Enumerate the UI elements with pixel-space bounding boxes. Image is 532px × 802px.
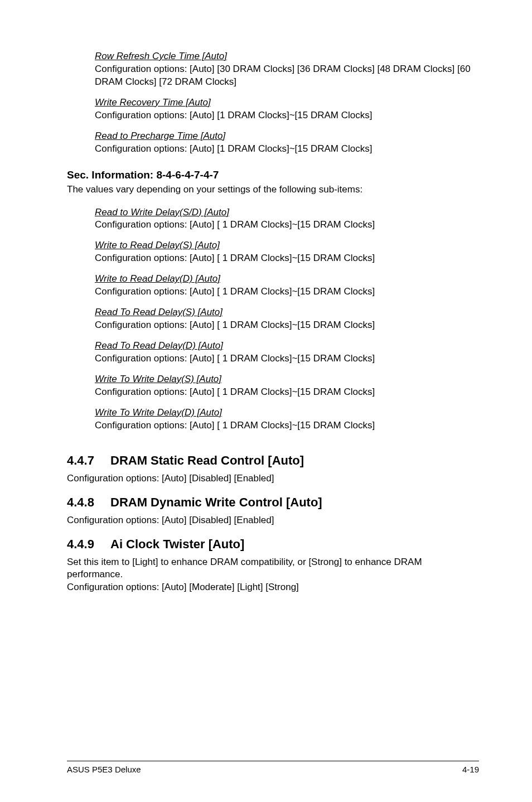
sec-info-desc: The values vary depending on your settin… — [67, 183, 479, 196]
item-title: Write to Read Delay(S) [Auto] — [95, 239, 479, 252]
item-desc: Configuration options: [Auto] [ 1 DRAM C… — [95, 386, 479, 399]
config-item: Read To Read Delay(S) [Auto] Configurati… — [95, 306, 479, 332]
page-footer: ASUS P5E3 Deluxe 4-19 — [67, 761, 479, 774]
section-title: DRAM Dynamic Write Control [Auto] — [110, 495, 322, 510]
item-title: Read To Read Delay(D) [Auto] — [95, 340, 479, 352]
config-item: Write To Write Delay(S) [Auto] Configura… — [95, 373, 479, 399]
item-title: Write To Write Delay(S) [Auto] — [95, 373, 479, 386]
item-desc: Configuration options: [Auto] [30 DRAM C… — [95, 63, 479, 89]
item-title: Read To Read Delay(S) [Auto] — [95, 306, 479, 319]
item-title: Write to Read Delay(D) [Auto] — [95, 273, 479, 286]
item-title: Write To Write Delay(D) [Auto] — [95, 407, 479, 419]
section-heading: 4.4.8 DRAM Dynamic Write Control [Auto] — [67, 495, 479, 510]
section-heading: 4.4.9 Ai Clock Twister [Auto] — [67, 537, 479, 552]
item-desc: Configuration options: [Auto] [ 1 DRAM C… — [95, 286, 479, 298]
section-heading: 4.4.7 DRAM Static Read Control [Auto] — [67, 453, 479, 468]
item-title: Read to Precharge Time [Auto] — [95, 130, 479, 143]
config-item: Row Refresh Cycle Time [Auto] Configurat… — [95, 50, 479, 89]
item-desc: Configuration options: [Auto] [ 1 DRAM C… — [95, 352, 479, 365]
config-item: Read to Write Delay(S/D) [Auto] Configur… — [95, 206, 479, 232]
section-number: 4.4.9 — [67, 537, 110, 552]
section-desc: Configuration options: [Auto] [Disabled]… — [67, 472, 479, 485]
section-title: DRAM Static Read Control [Auto] — [110, 453, 304, 468]
footer-left: ASUS P5E3 Deluxe — [67, 765, 141, 774]
sec-info-heading: Sec. Information: 8-4-6-4-7-4-7 — [67, 169, 479, 181]
section-desc: Set this item to [Light] to enhance DRAM… — [67, 556, 479, 595]
item-desc: Configuration options: [Auto] [ 1 DRAM C… — [95, 252, 479, 265]
item-desc: Configuration options: [Auto] [1 DRAM Cl… — [95, 109, 479, 122]
section-number: 4.4.8 — [67, 495, 110, 510]
item-desc: Configuration options: [Auto] [ 1 DRAM C… — [95, 319, 479, 332]
config-item: Write Recovery Time [Auto] Configuration… — [95, 96, 479, 122]
top-items-block: Row Refresh Cycle Time [Auto] Configurat… — [95, 50, 479, 156]
item-title: Read to Write Delay(S/D) [Auto] — [95, 206, 479, 219]
item-desc: Configuration options: [Auto] [1 DRAM Cl… — [95, 143, 479, 156]
sec-items-block: Read to Write Delay(S/D) [Auto] Configur… — [95, 206, 479, 432]
section-title: Ai Clock Twister [Auto] — [110, 537, 244, 552]
section-number: 4.4.7 — [67, 453, 110, 468]
config-item: Read to Precharge Time [Auto] Configurat… — [95, 130, 479, 156]
item-desc: Configuration options: [Auto] [ 1 DRAM C… — [95, 219, 479, 231]
item-title: Write Recovery Time [Auto] — [95, 96, 479, 109]
item-title: Row Refresh Cycle Time [Auto] — [95, 50, 479, 63]
section-desc: Configuration options: [Auto] [Disabled]… — [67, 514, 479, 527]
footer-right: 4-19 — [462, 765, 479, 774]
config-item: Write To Write Delay(D) [Auto] Configura… — [95, 407, 479, 432]
item-desc: Configuration options: [Auto] [ 1 DRAM C… — [95, 419, 479, 432]
config-item: Write to Read Delay(S) [Auto] Configurat… — [95, 239, 479, 265]
config-item: Read To Read Delay(D) [Auto] Configurati… — [95, 340, 479, 365]
config-item: Write to Read Delay(D) [Auto] Configurat… — [95, 273, 479, 298]
